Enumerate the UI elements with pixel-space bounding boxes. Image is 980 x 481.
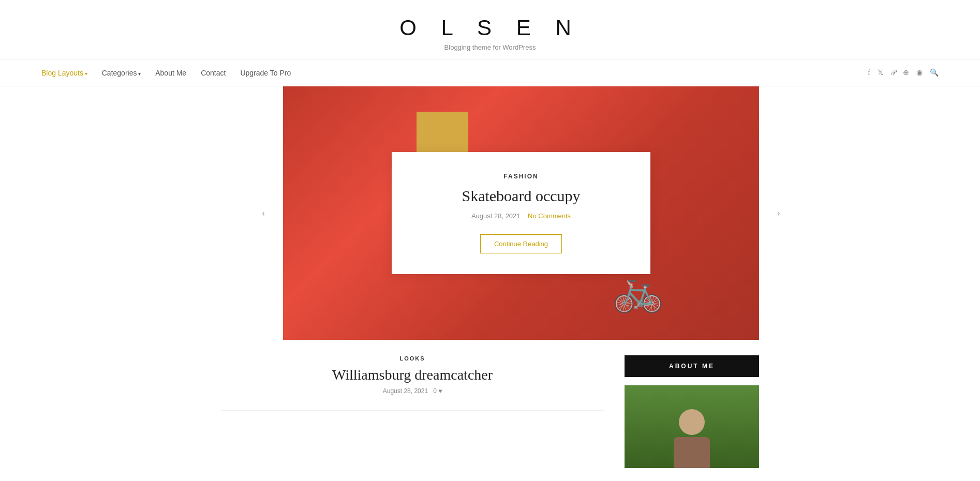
hero-slider: 🏮 🚲 Fashion Skateboard occupy August 28,… <box>283 86 759 340</box>
main-nav: Blog Layouts Categories About Me Contact… <box>0 59 980 86</box>
nav-links: Blog Layouts Categories About Me Contact… <box>41 68 291 78</box>
rss-icon[interactable]: ◉ <box>916 68 923 77</box>
site-tagline: Blogging theme for WordPress <box>0 43 980 51</box>
person-head <box>679 409 705 435</box>
site-header: O L S E N Blogging theme for WordPress <box>0 0 980 59</box>
post-title[interactable]: Williamsburg dreamcatcher <box>221 367 604 383</box>
site-title: O L S E N <box>0 16 980 40</box>
sidebar: ABOUT ME <box>625 340 759 481</box>
hero-category: Fashion <box>423 173 619 180</box>
nav-item-contact[interactable]: Contact <box>201 68 226 78</box>
twitter-icon[interactable]: 𝕏 <box>878 68 883 77</box>
slider-prev-button[interactable]: ‹ <box>252 202 275 224</box>
about-me-avatar <box>625 385 759 468</box>
nav-link-about-me[interactable]: About Me <box>155 69 186 77</box>
nav-social-icons: f 𝕏 𝒫 ⊕ ◉ 🔍 <box>868 68 939 77</box>
nav-link-upgrade[interactable]: Upgrade To Pro <box>240 69 291 77</box>
person-figure <box>674 409 710 468</box>
posts-column: Looks Williamsburg dreamcatcher August 2… <box>221 340 604 481</box>
hero-title: Skateboard occupy <box>423 187 619 205</box>
main-content: Looks Williamsburg dreamcatcher August 2… <box>180 340 800 481</box>
person-body <box>674 437 710 468</box>
about-me-widget: ABOUT ME <box>625 355 759 468</box>
post-date: August 28, 2021 <box>383 387 428 395</box>
nav-link-categories[interactable]: Categories <box>102 69 141 77</box>
hero-date: August 28, 2021 <box>471 212 521 220</box>
post-meta: August 28, 2021 0 ♥ <box>221 387 604 395</box>
post-category: Looks <box>221 355 604 362</box>
nav-link-contact[interactable]: Contact <box>201 69 226 77</box>
continue-reading-button[interactable]: Continue Reading <box>480 234 562 253</box>
facebook-icon[interactable]: f <box>868 69 870 77</box>
nav-link-blog-layouts[interactable]: Blog Layouts <box>41 69 87 77</box>
globe-icon[interactable]: ⊕ <box>903 68 909 77</box>
nav-item-upgrade[interactable]: Upgrade To Pro <box>240 68 291 78</box>
about-me-title: ABOUT ME <box>625 355 759 377</box>
post-item: Looks Williamsburg dreamcatcher August 2… <box>221 340 604 411</box>
nav-item-categories[interactable]: Categories <box>102 68 141 78</box>
pinterest-icon[interactable]: 𝒫 <box>890 69 896 77</box>
hero-comments[interactable]: No Comments <box>528 212 571 220</box>
nav-item-about-me[interactable]: About Me <box>155 68 186 78</box>
search-icon[interactable]: 🔍 <box>930 68 939 77</box>
post-comments: 0 ♥ <box>433 387 442 395</box>
hero-card: Fashion Skateboard occupy August 28, 202… <box>392 152 650 274</box>
hero-meta: August 28, 2021 No Comments <box>423 212 619 220</box>
slider-next-button[interactable]: › <box>767 202 790 224</box>
nav-item-blog-layouts[interactable]: Blog Layouts <box>41 68 87 78</box>
